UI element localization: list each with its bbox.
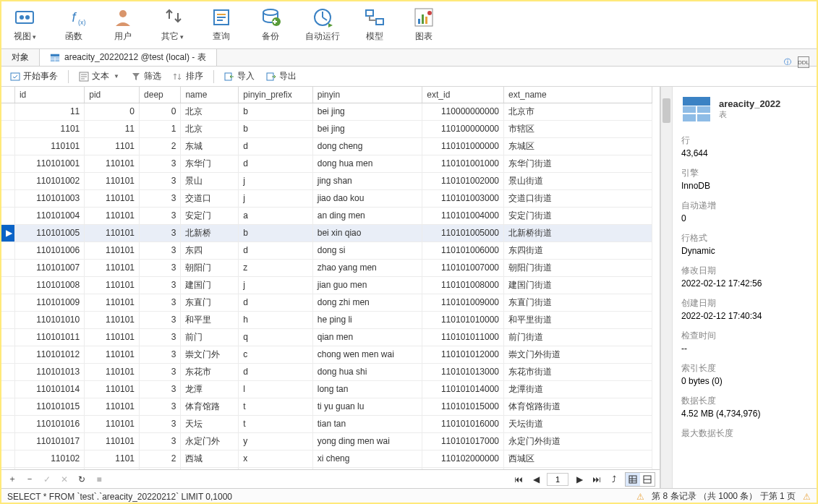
cell-name[interactable]: 龙潭 xyxy=(181,380,239,398)
cell-name[interactable]: 交道口 xyxy=(181,189,239,207)
cell-pinyin[interactable]: an ding men xyxy=(312,207,422,224)
column-header-pinyin_prefix[interactable]: pinyin_prefix xyxy=(239,87,312,103)
cell-pinyin[interactable]: jing shan xyxy=(312,172,422,189)
cell-pinyin[interactable]: he ping li xyxy=(312,311,422,328)
table-row[interactable]: ▶1100北京bbei jing110000000000北京市 xyxy=(1,103,652,120)
cell-deep[interactable]: 3 xyxy=(140,207,181,224)
table-row[interactable]: ▶1101010131101013东花市ddong hua shi1101010… xyxy=(1,363,652,380)
cell-ext-name[interactable]: 龙潭街道 xyxy=(504,380,652,398)
tab-active-table[interactable]: areacity_20220212 @test (local) - 表 xyxy=(40,49,217,66)
cell-pinyin-prefix[interactable]: l xyxy=(239,380,312,398)
cell-pid[interactable]: 110101 xyxy=(85,155,140,172)
cell-id[interactable]: 110101002 xyxy=(14,172,84,189)
cell-pinyin-prefix[interactable]: t xyxy=(239,415,312,432)
page-input[interactable] xyxy=(547,473,568,486)
cell-pinyin[interactable]: dong zhi men xyxy=(312,294,422,311)
cell-ext-id[interactable]: 110101014000 xyxy=(422,380,504,398)
add-row-button[interactable]: ＋ xyxy=(6,473,19,486)
cell-pinyin-prefix[interactable]: t xyxy=(239,398,312,415)
cell-id[interactable]: 11 xyxy=(14,103,84,120)
cell-name[interactable]: 体育馆路 xyxy=(181,398,239,415)
begin-transaction-button[interactable]: 开始事务 xyxy=(6,69,62,84)
cell-pid[interactable]: 1101 xyxy=(85,450,140,467)
cell-id[interactable]: 110101007 xyxy=(14,259,84,276)
table-row[interactable]: ▶1101010091101013东直门ddong zhi men1101010… xyxy=(1,294,652,311)
cell-ext-id[interactable]: 110101011000 xyxy=(422,328,504,346)
cell-ext-id[interactable]: 110101005000 xyxy=(422,224,504,242)
column-header-name[interactable]: name xyxy=(181,87,239,103)
cell-id[interactable]: 110101003 xyxy=(14,189,84,207)
cell-ext-id[interactable]: 110101006000 xyxy=(422,242,504,259)
text-mode-button[interactable]: 文本▼ xyxy=(74,69,124,84)
next-page-button[interactable]: ▶ xyxy=(573,473,586,486)
cell-pinyin[interactable]: dong hua shi xyxy=(312,363,422,380)
cell-id[interactable]: 110101017 xyxy=(14,432,84,450)
cell-deep[interactable]: 3 xyxy=(140,363,181,380)
cell-deep[interactable]: 2 xyxy=(140,450,181,467)
ribbon-backup-button[interactable]: 备份 xyxy=(253,4,288,44)
table-row[interactable]: ▶1101010141101013龙潭llong tan110101014000… xyxy=(1,380,652,398)
table-row[interactable]: ▶1101010101101013和平里hhe ping li110101010… xyxy=(1,311,652,328)
cell-pid[interactable]: 110101 xyxy=(85,207,140,224)
cell-pinyin[interactable]: qian men xyxy=(312,328,422,346)
cell-pid[interactable]: 110101 xyxy=(85,189,140,207)
cell-id[interactable]: 110101013 xyxy=(14,363,84,380)
cell-ext-id[interactable]: 110101010000 xyxy=(422,311,504,328)
table-row[interactable]: ▶1101010121101013崇文门外cchong wen men wai1… xyxy=(1,346,652,363)
cell-pinyin-prefix[interactable]: b xyxy=(239,224,312,242)
cell-ext-id[interactable]: 110101016000 xyxy=(422,415,504,432)
cell-ext-name[interactable]: 东四街道 xyxy=(504,242,652,259)
cell-deep[interactable]: 3 xyxy=(140,398,181,415)
cell-ext-id[interactable]: 110101001000 xyxy=(422,155,504,172)
cell-ext-name[interactable]: 永定门外街道 xyxy=(504,432,652,450)
cell-name[interactable]: 前门 xyxy=(181,328,239,346)
cell-id[interactable]: 110101010 xyxy=(14,311,84,328)
cell-ext-name[interactable]: 安定门街道 xyxy=(504,207,652,224)
vertical-scrollbar[interactable] xyxy=(660,87,672,488)
cell-pinyin-prefix[interactable]: d xyxy=(239,294,312,311)
cell-name[interactable]: 北新桥 xyxy=(181,224,239,242)
cell-name[interactable]: 东四 xyxy=(181,242,239,259)
export-button[interactable]: 导出 xyxy=(262,69,301,84)
cell-pinyin[interactable]: chong wen men wai xyxy=(312,346,422,363)
cell-pinyin[interactable]: ti yu guan lu xyxy=(312,398,422,415)
cell-pinyin[interactable]: xi cheng xyxy=(312,450,422,467)
refresh-button[interactable]: ↻ xyxy=(75,473,88,486)
cell-pinyin-prefix[interactable]: j xyxy=(239,172,312,189)
table-row[interactable]: ▶1101010011101013东华门ddong hua men1101010… xyxy=(1,155,652,172)
ribbon-autorun-button[interactable]: 自动运行 xyxy=(302,4,343,44)
cell-ext-id[interactable]: 110101002000 xyxy=(422,172,504,189)
cell-deep[interactable]: 3 xyxy=(140,242,181,259)
table-row[interactable]: ▶1101020011101023西长安街xxi chang an jie110… xyxy=(1,467,652,469)
column-header-ext_id[interactable]: ext_id xyxy=(422,87,504,103)
cell-pinyin-prefix[interactable]: h xyxy=(239,311,312,328)
cell-id[interactable]: 110101005 xyxy=(14,224,84,242)
cell-id[interactable]: 110102001 xyxy=(14,467,84,469)
ribbon-chart-button[interactable]: 图表 xyxy=(406,4,441,44)
cell-deep[interactable]: 2 xyxy=(140,137,181,155)
column-header-pinyin[interactable]: pinyin xyxy=(312,87,422,103)
cell-ext-name[interactable]: 西长安街街道 xyxy=(504,467,652,469)
cell-name[interactable]: 东花市 xyxy=(181,363,239,380)
cell-pid[interactable]: 110101 xyxy=(85,172,140,189)
cell-ext-id[interactable]: 110000000000 xyxy=(422,103,504,120)
cell-id[interactable]: 110101009 xyxy=(14,294,84,311)
cell-deep[interactable]: 3 xyxy=(140,276,181,294)
cell-pinyin-prefix[interactable]: q xyxy=(239,328,312,346)
commit-button[interactable]: ✓ xyxy=(41,473,54,486)
table-row[interactable]: ▶1101010051101013北新桥bbei xin qiao1101010… xyxy=(1,224,652,242)
ribbon-view-button[interactable]: 视图▾ xyxy=(7,4,42,44)
cell-pinyin-prefix[interactable]: b xyxy=(239,120,312,137)
cell-deep[interactable]: 3 xyxy=(140,380,181,398)
cell-pinyin[interactable]: tian tan xyxy=(312,415,422,432)
delete-row-button[interactable]: － xyxy=(23,473,36,486)
tab-objects[interactable]: 对象 xyxy=(1,49,40,66)
cell-deep[interactable]: 1 xyxy=(140,120,181,137)
cell-pinyin-prefix[interactable]: j xyxy=(239,189,312,207)
cell-deep[interactable]: 3 xyxy=(140,467,181,469)
table-row[interactable]: ▶11010211012西城xxi cheng110102000000西城区 xyxy=(1,450,652,467)
cell-id[interactable]: 110101015 xyxy=(14,398,84,415)
cell-ext-name[interactable]: 东城区 xyxy=(504,137,652,155)
cell-pinyin-prefix[interactable]: x xyxy=(239,450,312,467)
cell-name[interactable]: 安定门 xyxy=(181,207,239,224)
